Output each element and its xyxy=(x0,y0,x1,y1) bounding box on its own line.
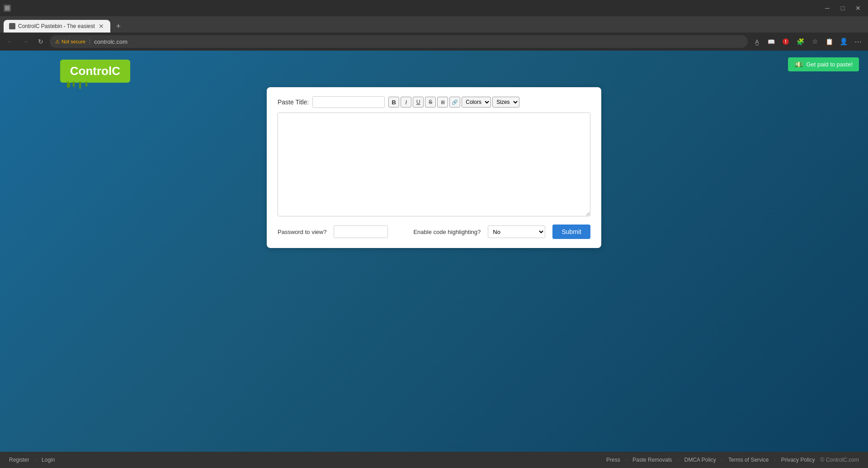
address-separator: | xyxy=(89,38,90,45)
colors-select[interactable]: Colors xyxy=(462,97,491,108)
tab-close-button[interactable]: ✕ xyxy=(98,23,105,30)
link-button[interactable]: 🔗 xyxy=(449,97,460,108)
active-tab[interactable]: ControlC Pastebin - The easiest ✕ xyxy=(4,20,110,33)
address-text: controlc.com xyxy=(94,38,127,45)
bold-button[interactable]: B xyxy=(388,97,399,108)
logo-drip xyxy=(65,82,101,89)
extensions-icon[interactable]: 🧩 xyxy=(794,35,807,48)
maximize-button[interactable]: □ xyxy=(836,2,849,14)
tab-bar: ControlC Pastebin - The easiest ✕ + xyxy=(0,16,868,33)
password-label: Password to view? xyxy=(278,229,326,235)
footer-dot-4: · xyxy=(722,457,723,463)
close-button[interactable]: ✕ xyxy=(852,2,864,14)
privacy-link[interactable]: Privacy Policy xyxy=(781,457,815,463)
register-link[interactable]: Register xyxy=(9,457,29,463)
highlight-select[interactable]: No Yes xyxy=(488,225,545,238)
paste-content-textarea[interactable] xyxy=(278,112,590,216)
warning-icon: ⚠ xyxy=(55,39,60,45)
minimize-button[interactable]: ─ xyxy=(821,2,834,14)
get-paid-label: Get paid to paste! xyxy=(806,61,853,68)
paste-title-label: Paste Title: xyxy=(278,98,309,106)
favorites-icon[interactable]: ☆ xyxy=(808,35,821,48)
profile-icon[interactable]: 👤 xyxy=(837,35,850,48)
logo-container: ControlC xyxy=(60,60,130,83)
tab-title: ControlC Pastebin - The easiest xyxy=(18,23,95,29)
paste-removals-link[interactable]: Paste Removals xyxy=(632,457,672,463)
reader-icon[interactable]: 📖 xyxy=(765,35,778,48)
nav-bar: ← → ↻ ⚠ Not secure | controlc.com A̲ 📖 !… xyxy=(0,33,868,51)
login-link[interactable]: Login xyxy=(42,457,55,463)
paste-form-container: Paste Title: B I U S ⊞ 🔗 Colors Sizes xyxy=(267,87,601,248)
italic-button[interactable]: I xyxy=(401,97,411,108)
tos-link[interactable]: Terms of Service xyxy=(728,457,769,463)
window-icon xyxy=(4,5,11,12)
svg-text:!: ! xyxy=(785,39,786,44)
nav-right-icons: A̲ 📖 ! 🧩 ☆ 📋 👤 ⋯ xyxy=(750,35,864,48)
adblocker-icon[interactable]: ! xyxy=(779,35,792,48)
highlight-label: Enable code highlighting? xyxy=(413,229,481,235)
reload-button[interactable]: ↻ xyxy=(34,35,47,48)
bottom-options-row: Password to view? Enable code highlighti… xyxy=(278,225,590,239)
logo-text: ControlC xyxy=(70,64,120,78)
page-footer: Register · Login Press · Paste Removals … xyxy=(0,452,868,468)
password-input[interactable] xyxy=(334,225,388,238)
dmca-link[interactable]: DMCA Policy xyxy=(684,457,716,463)
strikethrough-button[interactable]: S xyxy=(425,97,436,108)
address-bar[interactable]: ⚠ Not secure | controlc.com xyxy=(50,35,748,48)
tab-favicon xyxy=(9,23,15,29)
browser-chrome: ─ □ ✕ ControlC Pastebin - The easiest ✕ … xyxy=(0,0,868,51)
site-logo[interactable]: ControlC xyxy=(60,60,130,83)
forward-button[interactable]: → xyxy=(19,35,32,48)
formatting-toolbar: B I U S ⊞ 🔗 Colors Sizes xyxy=(388,97,519,108)
collections-icon[interactable]: 📋 xyxy=(823,35,835,48)
paste-title-row: Paste Title: B I U S ⊞ 🔗 Colors Sizes xyxy=(278,96,590,108)
dollar-icon: 💵 xyxy=(794,60,803,69)
get-paid-banner[interactable]: 💵 Get paid to paste! xyxy=(788,57,859,71)
footer-left: Register · Login xyxy=(9,457,55,463)
table-button[interactable]: ⊞ xyxy=(437,97,448,108)
paste-title-input[interactable] xyxy=(312,96,385,108)
footer-right: Press · Paste Removals · DMCA Policy · T… xyxy=(606,457,859,463)
new-tab-button[interactable]: + xyxy=(112,20,125,33)
submit-button[interactable]: Submit xyxy=(552,225,590,239)
page-background: 💵 Get paid to paste! ControlC Paste Titl… xyxy=(0,51,868,452)
menu-icon[interactable]: ⋯ xyxy=(852,35,864,48)
not-secure-indicator: ⚠ Not secure xyxy=(55,39,85,45)
copyright-text: © ControlC.com xyxy=(820,457,859,463)
press-link[interactable]: Press xyxy=(606,457,620,463)
title-bar: ─ □ ✕ xyxy=(0,0,868,16)
svg-rect-0 xyxy=(5,6,9,10)
back-button[interactable]: ← xyxy=(4,35,16,48)
footer-dot-5: · xyxy=(774,457,775,463)
underline-button[interactable]: U xyxy=(413,97,424,108)
footer-dot-2: · xyxy=(626,457,627,463)
footer-dot-3: · xyxy=(677,457,679,463)
translate-icon[interactable]: A̲ xyxy=(750,35,763,48)
footer-dot-1: · xyxy=(35,457,36,463)
sizes-select[interactable]: Sizes xyxy=(492,97,519,108)
